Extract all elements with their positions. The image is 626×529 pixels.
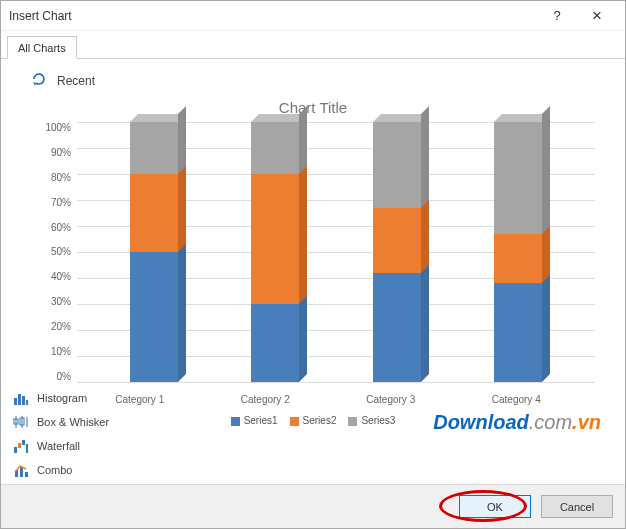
bar-segment xyxy=(494,283,542,382)
y-tick-label: 60% xyxy=(51,222,71,233)
dialog-title: Insert Chart xyxy=(9,9,72,23)
svg-rect-7 xyxy=(18,394,21,405)
legend-item: Series1 xyxy=(231,415,278,426)
dialog-footer: OK Cancel xyxy=(1,484,625,528)
sidebar-item-label: Box & Whisker xyxy=(37,416,109,428)
sidebar-list: Histogram Box & Whisker Waterfall Combo xyxy=(13,390,173,478)
svg-rect-18 xyxy=(26,444,28,453)
svg-rect-8 xyxy=(22,396,25,405)
grid-line xyxy=(77,382,595,383)
legend-swatch xyxy=(290,417,299,426)
sidebar-item-label: Combo xyxy=(37,464,72,476)
bar-segment xyxy=(373,273,421,382)
legend-swatch xyxy=(231,417,240,426)
x-tick-label: Category 4 xyxy=(492,394,541,405)
y-tick-label: 0% xyxy=(57,371,71,382)
svg-rect-16 xyxy=(18,443,21,448)
sidebar-item-combo[interactable]: Combo xyxy=(13,462,173,478)
bar-segment xyxy=(251,122,299,174)
sidebar-item-waterfall[interactable]: Waterfall xyxy=(13,438,173,454)
insert-chart-dialog: Insert Chart ? × All Charts Recent Chart… xyxy=(0,0,626,529)
legend-swatch xyxy=(348,417,357,426)
x-tick-label: Category 3 xyxy=(366,394,415,405)
svg-rect-20 xyxy=(20,467,23,477)
y-tick-label: 80% xyxy=(51,172,71,183)
help-button[interactable]: ? xyxy=(537,8,577,23)
close-button[interactable]: × xyxy=(577,6,617,26)
bar-segment xyxy=(373,122,421,208)
y-tick-label: 90% xyxy=(51,147,71,158)
sidebar-item-recent[interactable]: Recent xyxy=(31,71,95,90)
legend-label: Series3 xyxy=(361,415,395,426)
sidebar-item-label: Recent xyxy=(57,74,95,88)
bar-segment xyxy=(373,208,421,273)
sidebar-item-label: Histogram xyxy=(37,392,87,404)
cancel-button[interactable]: Cancel xyxy=(541,495,613,518)
legend-item: Series2 xyxy=(290,415,337,426)
plot-area: 100%90%80%70%60%50%40%30%20%10%0% xyxy=(31,122,595,382)
ok-button[interactable]: OK xyxy=(459,495,531,518)
box-whisker-icon xyxy=(13,414,29,430)
bar-column xyxy=(373,122,421,382)
titlebar: Insert Chart ? × xyxy=(1,1,625,31)
combo-icon xyxy=(13,462,29,478)
bar-segment xyxy=(494,122,542,234)
tabs-row: All Charts xyxy=(1,31,625,59)
y-tick-label: 20% xyxy=(51,321,71,332)
bar-segment xyxy=(130,174,178,252)
x-tick-label: Category 2 xyxy=(241,394,290,405)
sidebar-item-histogram[interactable]: Histogram xyxy=(13,390,173,406)
recent-icon xyxy=(31,71,47,90)
plot xyxy=(77,122,595,382)
bar-segment xyxy=(130,122,178,174)
y-tick-label: 30% xyxy=(51,296,71,307)
sidebar-item-box-whisker[interactable]: Box & Whisker xyxy=(13,414,173,430)
bar-segment xyxy=(130,252,178,382)
y-tick-label: 100% xyxy=(45,122,71,133)
bar-segment xyxy=(251,304,299,382)
y-tick-label: 50% xyxy=(51,246,71,257)
legend-label: Series1 xyxy=(244,415,278,426)
svg-rect-21 xyxy=(25,472,28,477)
svg-rect-15 xyxy=(14,447,17,453)
bar-segment xyxy=(251,174,299,304)
y-tick-label: 10% xyxy=(51,346,71,357)
bar-column xyxy=(130,122,178,382)
histogram-icon xyxy=(13,390,29,406)
bar-column xyxy=(494,122,542,382)
svg-rect-17 xyxy=(22,440,25,445)
waterfall-icon xyxy=(13,438,29,454)
svg-rect-6 xyxy=(14,398,17,405)
y-axis: 100%90%80%70%60%50%40%30%20%10%0% xyxy=(31,122,77,382)
sidebar-item-label: Waterfall xyxy=(37,440,80,452)
legend-label: Series2 xyxy=(303,415,337,426)
bars-row xyxy=(77,122,595,382)
bar-segment xyxy=(494,234,542,283)
svg-rect-9 xyxy=(26,400,28,405)
legend-item: Series3 xyxy=(348,415,395,426)
bar-column xyxy=(251,122,299,382)
y-tick-label: 70% xyxy=(51,197,71,208)
y-tick-label: 40% xyxy=(51,271,71,282)
dialog-body: Recent Chart Title 100%90%80%70%60%50%40… xyxy=(1,59,625,484)
tab-all-charts[interactable]: All Charts xyxy=(7,36,77,59)
